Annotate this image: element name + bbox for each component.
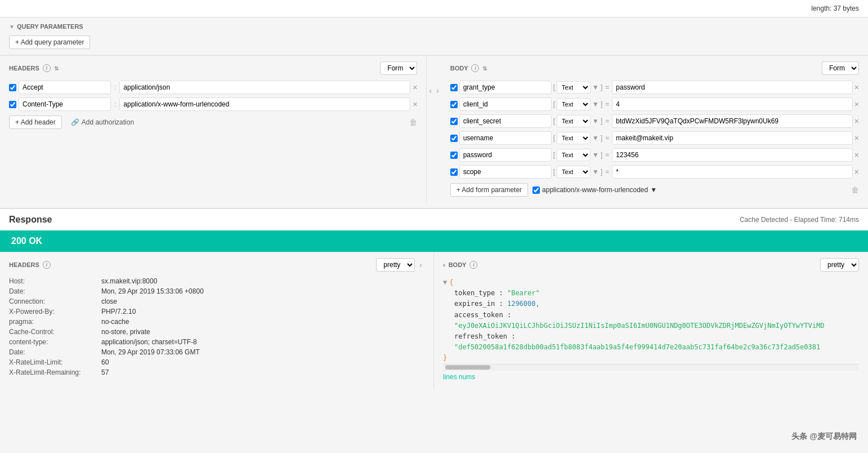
body-title: BODY bbox=[450, 65, 468, 72]
resp-header-row: X-RateLimit-Remaining: 57 bbox=[9, 368, 424, 376]
body-grant_type-type-select[interactable]: Text File bbox=[557, 81, 590, 94]
body-username-remove[interactable]: × bbox=[854, 134, 859, 143]
resp-pretty-dropdown[interactable]: pretty bbox=[376, 258, 415, 272]
lines-nums-link[interactable]: lines nums bbox=[443, 371, 475, 383]
headers-info-icon: i bbox=[43, 64, 51, 72]
body-password-checkbox[interactable] bbox=[450, 152, 458, 159]
body-info-icon: i bbox=[471, 64, 479, 72]
body-grant_type-checkbox[interactable] bbox=[450, 84, 458, 91]
resp-header-row: Host: sx.makeit.vip:8000 bbox=[9, 277, 424, 285]
body-client_id-value[interactable] bbox=[612, 97, 853, 111]
header-accept-value[interactable] bbox=[119, 81, 410, 94]
cache-info: Cache Detected - Elapsed Time: 714ms bbox=[740, 216, 859, 224]
body-scope-checkbox[interactable] bbox=[450, 168, 458, 176]
body-client_secret-checkbox[interactable] bbox=[450, 118, 458, 125]
resp-body-expand[interactable]: › bbox=[443, 261, 445, 268]
body-scope-key[interactable] bbox=[459, 165, 552, 179]
headers-form-dropdown[interactable]: Form bbox=[380, 61, 417, 75]
response-title: Response bbox=[9, 215, 52, 225]
headers-section: HEADERS i ⇅ Form : × : × + Add header bbox=[0, 56, 427, 202]
status-bar: 200 OK bbox=[0, 230, 868, 252]
body-row-username: [ Text File ▼ ] = × bbox=[450, 131, 859, 145]
headers-sort-icon[interactable]: ⇅ bbox=[54, 65, 59, 72]
query-params-arrow: ▼ bbox=[9, 24, 15, 30]
header-accept-key[interactable] bbox=[19, 81, 111, 94]
body-scope-value[interactable] bbox=[612, 165, 853, 179]
headers-body-container: HEADERS i ⇅ Form : × : × + Add header bbox=[0, 55, 868, 202]
header-content-type-key[interactable] bbox=[19, 97, 111, 111]
body-grant_type-value[interactable] bbox=[612, 81, 853, 94]
body-password-key[interactable] bbox=[459, 148, 552, 162]
resp-header-row: Date: Mon, 29 Apr 2019 07:33:06 GMT bbox=[9, 348, 424, 356]
resp-headers-info-icon: i bbox=[43, 261, 51, 269]
header-accept-remove[interactable]: × bbox=[413, 83, 417, 92]
resp-body-info-icon: i bbox=[469, 261, 477, 269]
response-section: Response Cache Detected - Elapsed Time: … bbox=[0, 208, 868, 389]
add-header-button[interactable]: + Add header bbox=[9, 116, 62, 129]
body-row-client_secret: [ Text File ▼ ] = × bbox=[450, 114, 859, 128]
resp-body-col-header: › BODY i pretty bbox=[443, 258, 859, 272]
body-client_secret-key[interactable] bbox=[459, 114, 552, 128]
resp-headers-col-header: HEADERS i pretty ‹ bbox=[9, 258, 424, 272]
resp-header-row: content-type: application/json; charset=… bbox=[9, 338, 424, 346]
add-form-param-button[interactable]: + Add form parameter bbox=[450, 183, 528, 197]
content-type-dropdown-arrow[interactable]: ▼ bbox=[650, 186, 657, 194]
resp-headers-title-group: HEADERS i bbox=[9, 261, 51, 269]
body-client_id-type-select[interactable]: Text File bbox=[557, 98, 590, 110]
header-content-type-checkbox[interactable] bbox=[9, 101, 16, 108]
resp-headers-title: HEADERS bbox=[9, 261, 39, 268]
body-row-client_id: [ Text File ▼ ] = × bbox=[450, 97, 859, 111]
body-client_id-remove[interactable]: × bbox=[854, 100, 859, 109]
body-client_id-key[interactable] bbox=[459, 97, 552, 111]
resp-left-chevron[interactable]: ‹ bbox=[417, 258, 424, 272]
body-password-value[interactable] bbox=[612, 148, 853, 162]
body-col-header: BODY i ⇅ Form bbox=[450, 61, 859, 75]
content-type-checkbox[interactable] bbox=[533, 186, 540, 194]
add-query-param-button[interactable]: + Add query parameter bbox=[9, 35, 90, 49]
header-content-type-remove[interactable]: × bbox=[413, 100, 417, 109]
body-password-type-select[interactable]: Text File bbox=[557, 149, 590, 161]
headers-title: HEADERS bbox=[9, 65, 39, 72]
response-headers-list: Host: sx.makeit.vip:8000 Date: Mon, 29 A… bbox=[9, 277, 424, 376]
resp-body-title: BODY bbox=[449, 261, 467, 268]
body-username-key[interactable] bbox=[459, 131, 552, 145]
body-username-value[interactable] bbox=[612, 131, 853, 145]
body-footer: + Add form parameter application/x-www-f… bbox=[450, 183, 859, 197]
resp-body-pretty-dropdown[interactable]: pretty bbox=[820, 258, 859, 272]
response-header-bar: Response Cache Detected - Elapsed Time: … bbox=[0, 209, 868, 230]
query-params-title: ▼ QUERY PARAMETERS bbox=[9, 23, 859, 30]
add-authorization-button[interactable]: 🔗 Add authorization bbox=[71, 118, 134, 126]
body-row-password: [ Text File ▼ ] = × bbox=[450, 148, 859, 162]
response-headers-section: HEADERS i pretty ‹ Host: sx.makeit.vip:8… bbox=[0, 252, 434, 389]
body-client_secret-remove[interactable]: × bbox=[854, 117, 859, 126]
headers-title-group: HEADERS i ⇅ bbox=[9, 64, 59, 72]
headers-trash-icon[interactable]: 🗑 bbox=[409, 118, 417, 127]
body-username-checkbox[interactable] bbox=[450, 135, 458, 142]
body-grant_type-remove[interactable]: × bbox=[854, 83, 859, 92]
body-grant_type-key[interactable] bbox=[459, 81, 552, 94]
add-header-btns: + Add header 🔗 Add authorization 🗑 bbox=[9, 116, 417, 129]
body-scope-type-select[interactable]: Text File bbox=[557, 166, 590, 178]
body-trash-icon[interactable]: 🗑 bbox=[851, 185, 859, 194]
body-row-scope: [ Text File ▼ ] = × bbox=[450, 165, 859, 179]
status-text: 200 OK bbox=[11, 236, 42, 246]
json-scrollbar[interactable] bbox=[443, 364, 859, 371]
body-client_secret-value[interactable] bbox=[612, 114, 853, 128]
left-chevron-button[interactable]: ‹ bbox=[427, 84, 434, 97]
header-content-type-value[interactable] bbox=[119, 97, 410, 111]
body-username-type-select[interactable]: Text File bbox=[557, 132, 590, 144]
body-form-dropdown[interactable]: Form bbox=[822, 61, 859, 75]
body-client_secret-type-select[interactable]: Text File bbox=[557, 115, 590, 127]
body-client_id-checkbox[interactable] bbox=[450, 101, 458, 108]
body-scope-remove[interactable]: × bbox=[854, 167, 859, 176]
right-chevron-area: › bbox=[434, 56, 441, 202]
body-password-remove[interactable]: × bbox=[854, 150, 859, 159]
right-chevron-button[interactable]: › bbox=[434, 84, 441, 97]
content-type-badge: application/x-www-form-urlencoded ▼ bbox=[533, 186, 657, 194]
body-rows-container: [ Text File ▼ ] = × [ Text File ▼ ] = × bbox=[450, 81, 859, 179]
query-params-section: ▼ QUERY PARAMETERS + Add query parameter bbox=[0, 17, 868, 55]
body-sort-icon[interactable]: ⇅ bbox=[482, 65, 487, 72]
resp-header-row: X-Powered-By: PHP/7.2.10 bbox=[9, 308, 424, 316]
header-accept-checkbox[interactable] bbox=[9, 84, 16, 91]
resp-header-row: Cache-Control: no-store, private bbox=[9, 328, 424, 336]
